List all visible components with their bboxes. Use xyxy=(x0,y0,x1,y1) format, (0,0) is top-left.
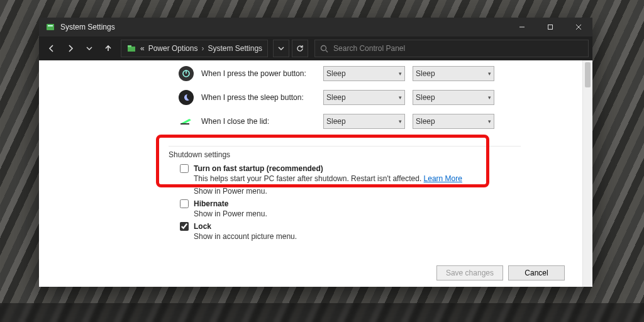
fast-startup-checkbox[interactable] xyxy=(180,164,189,173)
window-title: System Settings xyxy=(60,23,115,31)
up-button[interactable] xyxy=(99,40,117,57)
lock-desc: Show in account picture menu. xyxy=(194,232,521,241)
lock-checkbox[interactable] xyxy=(180,222,189,231)
power-button-label: When I press the power button: xyxy=(201,69,316,78)
sleep-button-battery-select[interactable]: Sleep▾ xyxy=(323,90,405,105)
breadcrumb-dropdown-button[interactable] xyxy=(273,40,289,57)
row-power-button: When I press the power button: Sleep▾ Sl… xyxy=(179,62,582,86)
hibernate-label: Hibernate xyxy=(194,199,228,208)
fast-startup-desc: This helps start your PC faster after sh… xyxy=(194,174,421,183)
svg-rect-12 xyxy=(180,123,189,125)
power-button-battery-select[interactable]: Sleep▾ xyxy=(323,66,405,81)
sleep-desc: Show in Power menu. xyxy=(194,187,521,196)
laptop-icon xyxy=(179,114,194,129)
lid-battery-select[interactable]: Sleep▾ xyxy=(323,114,405,129)
section-heading: Shutdown settings xyxy=(169,150,521,159)
fast-startup-label: Turn on fast startup (recommended) xyxy=(194,164,323,173)
moon-icon xyxy=(179,90,194,105)
sleep-button-label: When I press the sleep button: xyxy=(201,93,316,102)
close-button[interactable] xyxy=(564,18,592,36)
back-button[interactable] xyxy=(43,40,60,57)
option-fast-startup: Turn on fast startup (recommended) This … xyxy=(180,164,521,183)
content-area: When I press the power button: Sleep▾ Sl… xyxy=(39,60,592,287)
shutdown-settings-section: Shutdown settings Turn on fast startup (… xyxy=(169,146,521,241)
minimize-button[interactable] xyxy=(508,18,536,36)
folder-icon xyxy=(126,43,136,53)
learn-more-link[interactable]: Learn More xyxy=(424,174,462,183)
scrollbar[interactable] xyxy=(582,60,592,287)
svg-line-9 xyxy=(326,50,328,52)
search-input[interactable]: Search Control Panel xyxy=(314,40,589,57)
option-lock: Lock Show in account picture menu. xyxy=(180,222,521,241)
lid-plugged-select[interactable]: Sleep▾ xyxy=(413,114,494,129)
breadcrumb-prefix: « xyxy=(140,44,145,53)
navigation-bar: « Power Options › System Settings Search… xyxy=(39,36,592,60)
svg-rect-6 xyxy=(128,47,135,52)
system-settings-window: System Settings « Power Options › System… xyxy=(39,18,592,287)
breadcrumb[interactable]: « Power Options › System Settings xyxy=(121,40,268,57)
close-lid-label: When I close the lid: xyxy=(201,117,316,126)
recent-button[interactable] xyxy=(80,40,98,57)
refresh-button[interactable] xyxy=(292,40,308,57)
chevron-down-icon: ▾ xyxy=(488,118,491,125)
svg-rect-7 xyxy=(128,45,131,47)
svg-point-8 xyxy=(321,45,326,50)
forward-button[interactable] xyxy=(62,40,79,57)
row-close-lid: When I close the lid: Sleep▾ Sleep▾ xyxy=(179,109,582,133)
power-icon xyxy=(179,66,194,81)
hibernate-desc: Show in Power menu. xyxy=(194,209,521,218)
power-button-plugged-select[interactable]: Sleep▾ xyxy=(413,66,494,81)
row-sleep-button: When I press the sleep button: Sleep▾ Sl… xyxy=(179,86,582,109)
save-button[interactable]: Save changes xyxy=(436,265,503,280)
titlebar: System Settings xyxy=(39,18,592,36)
search-placeholder: Search Control Panel xyxy=(333,44,405,53)
lock-label: Lock xyxy=(194,222,211,231)
chevron-down-icon: ▾ xyxy=(399,94,402,101)
maximize-button[interactable] xyxy=(536,18,564,36)
cancel-button[interactable]: Cancel xyxy=(508,265,565,280)
option-sleep: Show in Power menu. xyxy=(180,187,521,196)
chevron-down-icon: ▾ xyxy=(399,118,402,125)
breadcrumb-system-settings[interactable]: System Settings xyxy=(208,44,262,53)
svg-rect-0 xyxy=(47,24,54,30)
app-icon xyxy=(45,22,55,32)
search-icon xyxy=(320,45,328,53)
breadcrumb-power-options[interactable]: Power Options xyxy=(148,44,198,53)
chevron-down-icon: ▾ xyxy=(399,70,402,77)
svg-rect-3 xyxy=(548,25,552,30)
chevron-down-icon: ▾ xyxy=(488,70,491,77)
chevron-right-icon: › xyxy=(201,44,204,53)
taskbar xyxy=(0,303,644,322)
footer-buttons: Save changes Cancel xyxy=(436,265,565,280)
sleep-button-plugged-select[interactable]: Sleep▾ xyxy=(413,90,494,105)
svg-rect-1 xyxy=(48,25,53,26)
chevron-down-icon: ▾ xyxy=(488,94,491,101)
option-hibernate: Hibernate Show in Power menu. xyxy=(180,199,521,218)
scrollbar-thumb[interactable] xyxy=(585,62,591,87)
hibernate-checkbox[interactable] xyxy=(180,199,189,208)
